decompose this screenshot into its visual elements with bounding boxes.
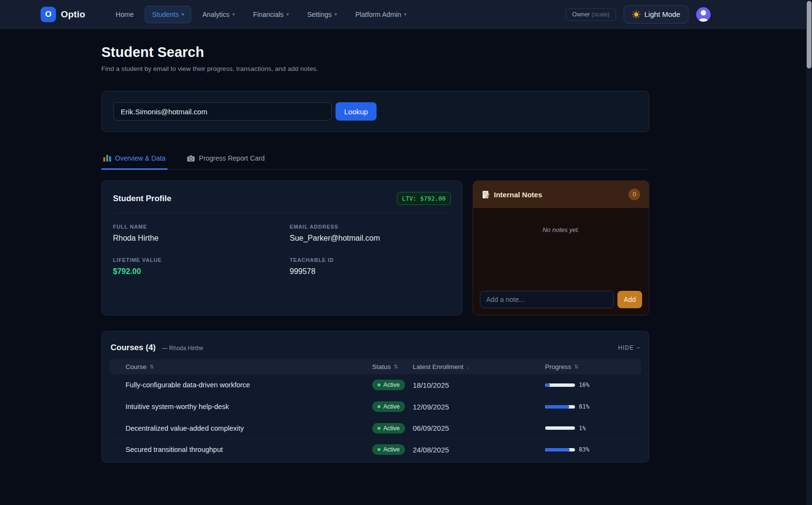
- field-value: Sue_Parker@hotmail.com: [290, 234, 451, 243]
- nav-item-platform-admin[interactable]: Platform Admin▾: [348, 6, 414, 23]
- student-profile-card: Student Profile LTV: $792.00 Full Name R…: [101, 180, 462, 315]
- courses-title: Courses (4): [111, 343, 156, 352]
- status-badge: Active: [372, 444, 405, 455]
- student-search-card: Lookup: [101, 91, 649, 132]
- nav-item-students[interactable]: Students▾: [145, 6, 191, 23]
- navbar: O Optio HomeStudents▾Analytics▾Financial…: [0, 0, 812, 29]
- chevron-down-icon: ▾: [335, 12, 337, 17]
- field-label: Lifetime Value: [113, 257, 290, 263]
- email-search-input[interactable]: [113, 102, 332, 121]
- role-label: Owner: [572, 11, 590, 18]
- hide-courses-button[interactable]: HIDE −: [618, 344, 640, 351]
- latest-enrollment-date: 18/10/2025: [413, 381, 545, 389]
- brand[interactable]: O Optio: [41, 7, 85, 22]
- nav-items: HomeStudents▾Analytics▾Financials▾Settin…: [109, 6, 414, 23]
- field-value: 999578: [290, 267, 451, 276]
- nav-item-home[interactable]: Home: [109, 6, 141, 23]
- status-badge: Active: [372, 401, 405, 412]
- brand-logo-icon: O: [41, 7, 56, 22]
- status-badge: Active: [372, 423, 405, 434]
- courses-table-body: Fully-configurable data-driven workforce…: [110, 374, 641, 460]
- column-header-status[interactable]: Status⇅: [372, 363, 413, 370]
- progress-value: 81%: [579, 403, 589, 410]
- main-content: Student Search Find a student by email t…: [101, 44, 649, 463]
- nav-item-analytics[interactable]: Analytics▾: [195, 6, 242, 23]
- sun-icon: [632, 10, 641, 19]
- minus-icon: −: [636, 344, 640, 351]
- courses-card: Courses (4) — Rhoda Hirthe HIDE − Course…: [101, 331, 649, 463]
- progress-value: 16%: [579, 382, 589, 388]
- role-badge: Owner (scale): [566, 8, 616, 21]
- tab-label: Overview & Data: [115, 154, 166, 162]
- field-label: Full Name: [113, 224, 290, 230]
- column-header-course[interactable]: Course⇅: [110, 363, 372, 370]
- memo-icon: [482, 191, 490, 199]
- field-label: Email Address: [290, 224, 451, 230]
- courses-table-header: Course⇅Status⇅Latest Enrollment↓Progress…: [110, 359, 641, 374]
- chevron-down-icon: ▾: [404, 12, 406, 17]
- page-subtitle: Find a student by email to view their pr…: [101, 65, 649, 72]
- brand-logo-letter: O: [45, 10, 51, 19]
- sort-icon[interactable]: ⇅: [574, 364, 578, 370]
- lookup-button[interactable]: Lookup: [336, 102, 377, 121]
- sort-icon[interactable]: ↓: [466, 364, 469, 370]
- profile-card-title: Student Profile: [113, 194, 171, 204]
- field-value: Rhoda Hirthe: [113, 234, 290, 243]
- status-badge: Active: [372, 380, 405, 390]
- add-note-input[interactable]: [480, 291, 614, 308]
- course-name: Fully-configurable data-driven workforce: [110, 381, 372, 389]
- light-mode-label: Light Mode: [644, 10, 680, 18]
- chevron-down-icon: ▾: [182, 12, 184, 17]
- field-teachable-id: Teachable ID 999578: [290, 257, 451, 276]
- status-dot-icon: [378, 383, 380, 386]
- field-label: Teachable ID: [290, 257, 451, 263]
- latest-enrollment-date: 06/09/2025: [413, 424, 545, 432]
- chevron-down-icon: ▾: [286, 12, 289, 17]
- scrollbar-thumb[interactable]: [807, 1, 812, 68]
- column-header-progress[interactable]: Progress⇅: [545, 363, 641, 370]
- avatar-person-icon: [701, 10, 706, 15]
- progress-value: 83%: [579, 446, 589, 453]
- table-row: Fully-configurable data-driven workforce…: [110, 374, 641, 396]
- progress-bar: [545, 405, 575, 409]
- sort-icon[interactable]: ⇅: [150, 364, 154, 370]
- brand-name: Optio: [61, 9, 85, 20]
- light-mode-toggle-button[interactable]: Light Mode: [624, 5, 688, 24]
- field-lifetime-value: Lifetime Value $792.00: [113, 257, 290, 276]
- tabs: Overview & Data Progress Report Card: [101, 151, 649, 170]
- role-scope-label: (scale): [591, 11, 610, 18]
- status-dot-icon: [378, 448, 380, 451]
- notes-list: No notes yet.: [473, 208, 649, 284]
- progress-bar: [545, 426, 575, 430]
- sort-icon[interactable]: ⇅: [393, 364, 398, 370]
- course-name: Intuitive system-worthy help-desk: [110, 403, 372, 410]
- progress-bar: [545, 383, 575, 387]
- progress-value: 1%: [579, 425, 586, 432]
- internal-notes-card: Internal Notes 0 No notes yet. Add: [473, 180, 649, 315]
- field-email-address: Email Address Sue_Parker@hotmail.com: [290, 224, 451, 243]
- courses-student-name: — Rhoda Hirthe: [162, 345, 203, 352]
- tab-overview-data[interactable]: Overview & Data: [101, 151, 168, 170]
- table-row: Secured transitional throughputActive24/…: [110, 439, 641, 461]
- nav-item-settings[interactable]: Settings▾: [300, 6, 344, 23]
- tab-progress-report-card[interactable]: Progress Report Card: [185, 151, 266, 170]
- chevron-down-icon: ▾: [232, 12, 235, 17]
- column-header-latest-enrollment[interactable]: Latest Enrollment↓: [413, 363, 545, 370]
- course-name: Decentralized value-added complexity: [110, 424, 372, 432]
- notes-empty-text: No notes yet.: [543, 226, 580, 233]
- nav-item-financials[interactable]: Financials▾: [246, 6, 296, 23]
- tab-label: Progress Report Card: [199, 154, 265, 162]
- notes-count-badge: 0: [629, 189, 640, 200]
- user-avatar[interactable]: [696, 7, 711, 22]
- bar-chart-icon: [103, 155, 111, 162]
- field-value: $792.00: [113, 267, 290, 276]
- status-dot-icon: [378, 405, 380, 408]
- page-scrollbar[interactable]: [806, 0, 812, 505]
- table-row: Intuitive system-worthy help-deskActive1…: [110, 396, 641, 418]
- status-dot-icon: [378, 427, 380, 430]
- latest-enrollment-date: 12/09/2025: [413, 403, 545, 411]
- course-name: Secured transitional throughput: [110, 446, 372, 453]
- field-full-name: Full Name Rhoda Hirthe: [113, 224, 290, 243]
- add-note-button[interactable]: Add: [617, 291, 642, 308]
- notes-card-title: Internal Notes: [494, 191, 542, 199]
